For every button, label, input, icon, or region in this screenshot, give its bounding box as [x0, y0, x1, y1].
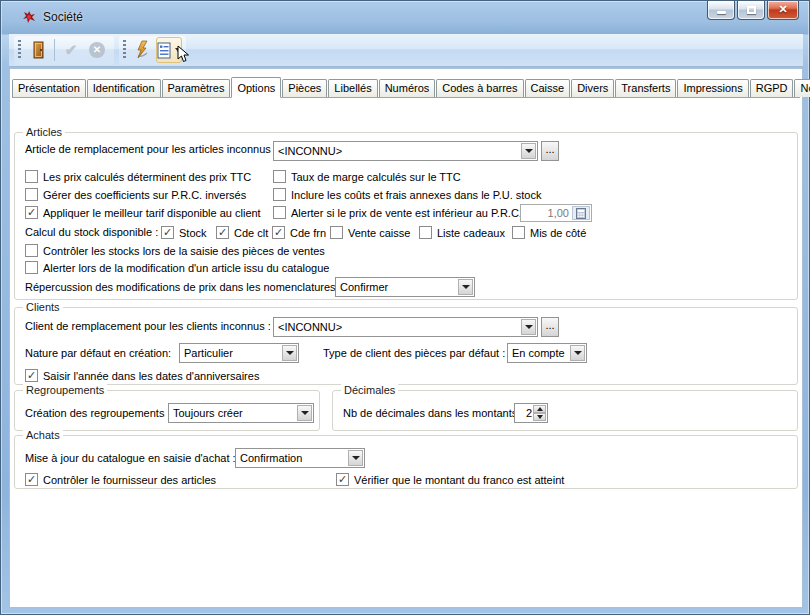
checkbox-box[interactable]: ✓ [161, 226, 174, 239]
tab-libelles[interactable]: Libellés [328, 79, 377, 97]
validate-button[interactable]: ✔ [58, 37, 84, 63]
nature-defaut-combobox[interactable]: Particulier [179, 343, 299, 363]
checkbox-vente-caisse[interactable]: Vente caisse [330, 226, 410, 239]
type-client-label: Type de client des pièces par défaut : [323, 347, 505, 359]
checkbox-label: Stock [179, 227, 207, 239]
maximize-button[interactable] [737, 1, 765, 20]
close-icon: ✕ [768, 3, 798, 16]
repercussion-combobox[interactable]: Confirmer [335, 277, 475, 297]
checkbox-box[interactable]: ✓ [272, 226, 285, 239]
checkbox-label: Cde frn [290, 227, 326, 239]
close-button[interactable]: ✕ [767, 1, 799, 20]
creation-regroupements-combobox[interactable]: Toujours créer [168, 403, 314, 423]
type-client-combobox[interactable]: En compte [507, 343, 587, 363]
dropdown-button[interactable] [282, 345, 297, 361]
checkbox-cde-frn[interactable]: ✓ Cde frn [272, 226, 326, 239]
checkbox-alerter-catalogue[interactable]: Alerter lors de la modification d'un art… [25, 261, 329, 274]
checkbox-label: Appliquer le meilleur tarif disponible a… [43, 207, 261, 219]
wizard-button[interactable] [130, 37, 156, 63]
calculator-icon [576, 208, 586, 219]
checkbox-verifier-franco[interactable]: ✓ Vérifier que le montant du franco est … [336, 473, 564, 486]
dropdown-button[interactable] [521, 143, 536, 159]
checkbox-meilleur-tarif[interactable]: ✓ Appliquer le meilleur tarif disponible… [25, 206, 261, 219]
dropdown-button[interactable] [570, 345, 585, 361]
checkbox-taux-marge[interactable]: Taux de marge calculés sur le TTC [273, 170, 461, 183]
exit-button[interactable] [25, 37, 51, 63]
checkbox-box[interactable] [25, 188, 38, 201]
checkbox-box[interactable] [25, 170, 38, 183]
maj-catalogue-combobox[interactable]: Confirmation [235, 448, 365, 468]
nb-decimales-spinner[interactable]: 2 [514, 403, 548, 423]
chevron-down-icon [175, 48, 181, 52]
stock-calc-label: Calcul du stock disponible : [25, 226, 158, 238]
dropdown-button[interactable] [348, 450, 363, 466]
prc-multiplier-input[interactable]: 1,00 [520, 204, 592, 222]
window-societe: Société ✕ ✔ [0, 0, 810, 615]
views-dropdown-button[interactable] [156, 37, 182, 63]
checkbox-coefficients[interactable]: Gérer des coefficients sur P.R.C. invers… [25, 188, 246, 201]
tab-caisse[interactable]: Caisse [525, 79, 571, 97]
checkbox-box[interactable]: ✓ [25, 369, 38, 382]
tab-transferts[interactable]: Transferts [615, 79, 676, 97]
checkbox-mis-de-cote[interactable]: Mis de côté [512, 226, 586, 239]
checkbox-alerter-prc[interactable]: Alerter si le prix de vente est inférieu… [273, 206, 530, 219]
window-controls: ✕ [705, 1, 799, 20]
checkbox-box[interactable] [419, 226, 432, 239]
checkbox-box[interactable] [25, 261, 38, 274]
article-replacement-combobox[interactable]: <INCONNU> [273, 141, 538, 161]
titlebar[interactable]: Société ✕ [1, 1, 809, 33]
checkbox-box[interactable] [512, 226, 525, 239]
chevron-down-icon [462, 285, 470, 289]
checkbox-box[interactable] [25, 244, 38, 257]
tab-numeros[interactable]: Numéros [379, 79, 436, 97]
creation-regroupements-value: Toujours créer [173, 407, 295, 419]
calculator-button[interactable] [572, 206, 590, 220]
checkbox-box[interactable]: ✓ [25, 206, 38, 219]
maximize-icon [747, 6, 756, 14]
cancel-button[interactable]: ✕ [84, 37, 110, 63]
checkbox-label: Taux de marge calculés sur le TTC [291, 171, 461, 183]
minimize-button[interactable] [707, 1, 735, 20]
toolbar: ✔ ✕ [9, 34, 803, 67]
spinner-arrows [533, 405, 546, 421]
tab-presentation[interactable]: Présentation [12, 79, 86, 97]
tab-rgpd[interactable]: RGPD [750, 79, 794, 97]
checkbox-box[interactable]: ✓ [216, 226, 229, 239]
dropdown-button[interactable] [458, 279, 473, 295]
checkbox-box[interactable] [273, 188, 286, 201]
tab-notes[interactable]: Notes [794, 79, 810, 97]
spinner-down-button[interactable] [533, 413, 546, 421]
toolbar-grip-icon [123, 40, 126, 60]
client-replacement-combobox[interactable]: <INCONNU> [273, 317, 538, 337]
checkbox-box[interactable] [273, 206, 286, 219]
article-replacement-browse-button[interactable]: ... [541, 141, 559, 161]
checkbox-box[interactable]: ✓ [25, 473, 38, 486]
checkbox-prix-ttc[interactable]: Les prix calculés déterminent des prix T… [25, 170, 251, 183]
lightning-bolt-icon [134, 40, 152, 60]
tab-divers[interactable]: Divers [571, 79, 614, 97]
checkbox-annee-anniversaires[interactable]: ✓ Saisir l'année dans les dates d'annive… [25, 369, 259, 382]
dropdown-button[interactable] [521, 319, 536, 335]
minimize-icon [717, 11, 726, 14]
checkbox-box[interactable] [273, 170, 286, 183]
checkbox-cde-clt[interactable]: ✓ Cde clt [216, 226, 268, 239]
tab-pieces[interactable]: Pièces [282, 79, 327, 97]
checkbox-liste-cadeaux[interactable]: Liste cadeaux [419, 226, 505, 239]
tab-options[interactable]: Options [231, 77, 281, 98]
tab-parametres[interactable]: Paramètres [162, 79, 231, 97]
tab-identification[interactable]: Identification [87, 79, 161, 97]
chevron-down-icon [537, 415, 543, 419]
toolbar-grip-icon [18, 40, 21, 60]
tab-codes-a-barres[interactable]: Codes à barres [436, 79, 523, 97]
dropdown-button[interactable] [297, 405, 312, 421]
checkbox-stock[interactable]: ✓ Stock [161, 226, 207, 239]
checkbox-controler-stocks[interactable]: Contrôler les stocks lors de la saisie d… [25, 244, 325, 257]
tab-impressions[interactable]: Impressions [677, 79, 748, 97]
checkbox-label: Vente caisse [348, 227, 410, 239]
checkbox-controler-fournisseur[interactable]: ✓ Contrôler le fournisseur des articles [25, 473, 216, 486]
checkbox-couts-annexes[interactable]: Inclure les coûts et frais annexes dans … [273, 188, 541, 201]
client-replacement-browse-button[interactable]: ... [541, 317, 559, 337]
checkbox-box[interactable]: ✓ [336, 473, 349, 486]
spinner-up-button[interactable] [533, 405, 546, 413]
checkbox-box[interactable] [330, 226, 343, 239]
